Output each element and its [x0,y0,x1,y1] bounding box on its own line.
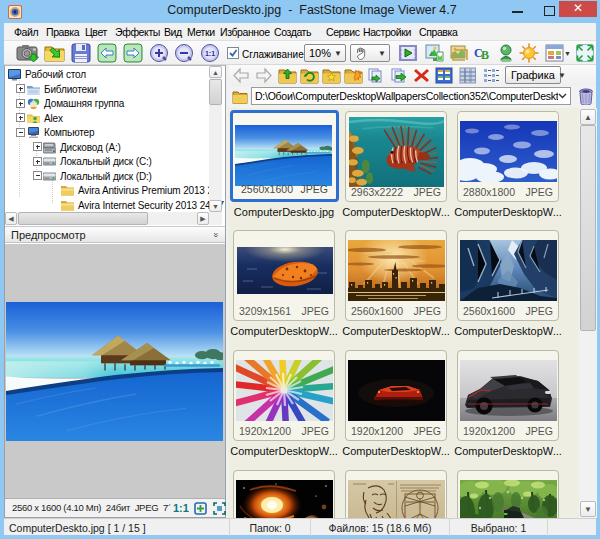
svg-text:В: В [481,48,489,62]
svg-text:1:1: 1:1 [205,50,215,57]
